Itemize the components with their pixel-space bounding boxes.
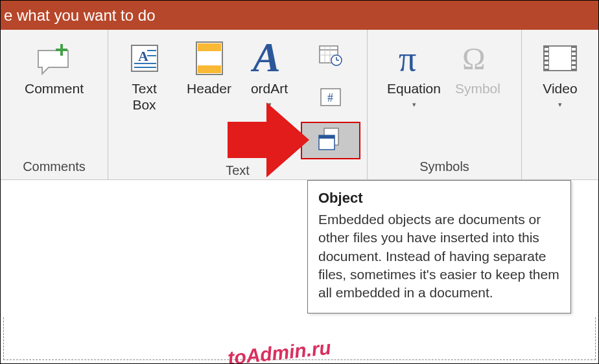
dropdown-arrow-icon: ▾ [558,100,562,109]
group-comments: Comment Comments [1,30,108,179]
svg-text:A: A [250,39,281,78]
svg-rect-30 [545,48,548,51]
tooltip-object: Object Embedded objects are documents or… [307,180,571,313]
text-box-button[interactable]: A Text Box [115,36,174,115]
svg-rect-39 [572,66,576,69]
svg-rect-9 [198,43,221,51]
dropdown-arrow-icon: ▾ [268,100,272,109]
text-box-icon: A [128,39,161,78]
svg-rect-32 [545,57,548,60]
symbol-icon: Ω [458,39,497,78]
video-icon [541,39,579,78]
video-label: Video [543,80,577,97]
group-text: A Text Box Header [108,30,368,179]
group-symbols: π Equation ▾ Ω Symbol Symbols [368,30,522,179]
svg-rect-34 [545,66,548,69]
ribbon: Comment Comments A Text Box [1,30,598,180]
text-box-label: Text Box [132,80,157,113]
svg-text:A: A [138,48,148,64]
wordart-label: ordArt [251,80,288,97]
equation-icon: π [395,39,434,78]
group-media: Video ▾ [522,30,598,179]
slide-number-icon: # [318,86,343,111]
tooltip-title: Object [318,190,560,207]
svg-rect-24 [319,135,335,139]
svg-text:#: # [327,91,333,104]
svg-rect-35 [572,48,576,51]
group-comments-label: Comments [23,155,86,179]
tell-me-strip[interactable]: e what you want to do [1,1,598,30]
object-icon [316,126,345,155]
wordart-icon: A [250,39,289,78]
slide-number-button[interactable]: # [301,80,360,117]
svg-rect-38 [572,62,576,64]
svg-rect-37 [572,57,576,60]
tell-me-text: e what you want to do [4,6,155,25]
equation-label: Equation [387,80,441,97]
date-time-button[interactable] [301,39,360,75]
svg-rect-36 [572,52,576,55]
group-symbols-label: Symbols [419,155,469,179]
comment-icon [34,39,75,78]
symbol-label: Symbol [455,80,500,97]
header-footer-button[interactable]: Header [180,36,239,99]
symbol-button[interactable]: Ω Symbol [449,36,507,99]
insert-object-button[interactable] [301,122,360,159]
svg-rect-10 [198,65,221,73]
svg-text:Ω: Ω [462,41,486,76]
svg-rect-31 [545,52,548,55]
dropdown-arrow-icon: ▾ [412,100,416,109]
svg-rect-1 [56,49,67,51]
equation-button[interactable]: π Equation ▾ [382,36,446,111]
wordart-button[interactable]: A ordArt ▾ [245,36,294,111]
header-footer-label: Header [187,80,231,97]
date-time-icon [318,45,343,69]
comment-button[interactable]: Comment [19,36,89,99]
header-footer-icon [193,39,226,78]
tooltip-body: Embedded objects are documents or other … [318,210,560,302]
video-button[interactable]: Video ▾ [531,36,589,111]
svg-text:π: π [399,41,416,76]
svg-rect-33 [545,62,548,64]
comment-label: Comment [25,80,84,97]
